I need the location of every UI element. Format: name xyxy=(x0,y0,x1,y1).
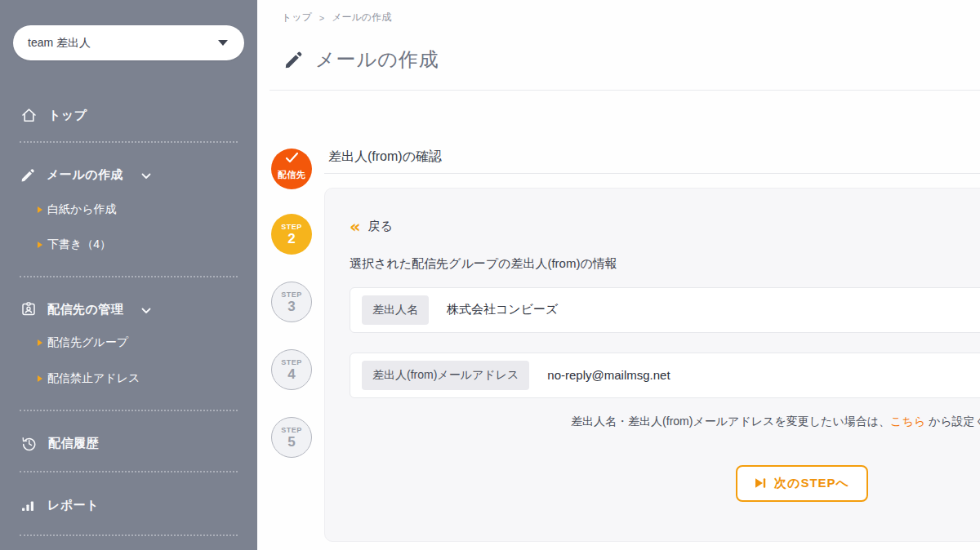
page-title-row: メールの作成 xyxy=(285,47,980,73)
sender-name-field: 差出人名 株式会社コンビーズ xyxy=(350,287,980,333)
next-step-button[interactable]: 次のSTEPへ xyxy=(736,465,868,502)
skip-next-icon xyxy=(755,477,766,489)
sender-name-value: 株式会社コンビーズ xyxy=(447,302,558,317)
sidebar-item-label: メールの作成 xyxy=(47,167,123,183)
note-text-after: から設定ください。 xyxy=(925,415,980,428)
step-4: STEP 4 xyxy=(271,349,312,390)
breadcrumb-item-top[interactable]: トップ xyxy=(282,11,312,24)
sidebar-subitem-drafts[interactable]: 下書き（4） xyxy=(0,238,257,251)
history-icon xyxy=(21,436,37,451)
sidebar-divider xyxy=(20,534,238,536)
sidebar-item-top[interactable]: トップ xyxy=(0,106,257,124)
sidebar-divider xyxy=(20,471,238,472)
sidebar-item-label: トップ xyxy=(48,108,87,123)
heading-divider xyxy=(324,173,980,174)
breadcrumb: トップ > メールの作成 xyxy=(282,11,980,24)
app-root: team 差出人 トップ メールの作成 xyxy=(0,0,980,550)
step-label: 配信先 xyxy=(278,169,306,181)
section-content: 差出人(from)の確認 « 戻る 選択された配信先グループの差出人(from)… xyxy=(324,149,980,542)
change-note: 差出人名・差出人(from)メールアドレスを変更したい場合は、こちら から設定く… xyxy=(350,415,980,429)
sidebar-subitem-label: 配信禁止アドレス xyxy=(47,371,140,386)
pencil-icon xyxy=(21,168,35,182)
sidebar-subitem-banned-addresses[interactable]: 配信禁止アドレス xyxy=(0,372,257,385)
page-title: メールの作成 xyxy=(315,47,439,73)
sidebar-subitem-label: 白紙から作成 xyxy=(47,202,117,217)
sidebar-item-delivery-history[interactable]: 配信履歴 xyxy=(0,434,257,452)
triangle-right-icon xyxy=(38,339,42,346)
step-2: STEP 2 xyxy=(271,214,312,255)
section-heading: 差出人(from)の確認 xyxy=(328,149,980,166)
report-icon xyxy=(21,498,36,512)
check-icon xyxy=(285,152,299,166)
sidebar-item-mail-create[interactable]: メールの作成 xyxy=(0,166,257,184)
sidebar-item-report[interactable]: レポート xyxy=(0,496,257,514)
note-text-before: 差出人名・差出人(from)メールアドレスを変更したい場合は、 xyxy=(571,415,890,428)
sidebar-subitem-blank-create[interactable]: 白紙から作成 xyxy=(0,203,257,216)
from-confirmation-card: « 戻る 選択された配信先グループの差出人(from)の情報 差出人名 株式会社… xyxy=(324,188,980,542)
title-divider xyxy=(270,90,980,91)
info-text: 選択された配信先グループの差出人(from)の情報 xyxy=(350,256,980,272)
from-address-label: 差出人(from)メールアドレス xyxy=(362,361,529,390)
sidebar: team 差出人 トップ メールの作成 xyxy=(0,0,257,550)
team-selector[interactable]: team 差出人 xyxy=(13,25,244,60)
step-3: STEP 3 xyxy=(271,282,312,322)
breadcrumb-item-mail-create: メールの作成 xyxy=(332,11,391,24)
triangle-right-icon xyxy=(38,375,42,382)
sidebar-subitem-label: 配信先グループ xyxy=(47,335,128,350)
sidebar-item-destination-management[interactable]: 配信先の管理 xyxy=(0,300,257,318)
sidebar-item-label: レポート xyxy=(47,498,99,513)
back-link-label: 戻る xyxy=(368,219,393,234)
pencil-icon xyxy=(285,51,303,69)
home-icon xyxy=(21,108,37,123)
team-selector-label: team 差出人 xyxy=(28,36,91,51)
chevron-down-icon xyxy=(141,308,151,314)
sidebar-divider xyxy=(20,141,238,143)
next-step-button-label: 次のSTEPへ xyxy=(774,476,849,491)
kochira-link[interactable]: こちら xyxy=(890,415,925,428)
from-address-value: no-reply@mailmsg.net xyxy=(547,368,670,382)
step-indicator: 配信先 STEP 2 STEP 3 STEP 4 STEP 5 xyxy=(270,149,324,542)
step-5: STEP 5 xyxy=(271,417,312,458)
back-link[interactable]: « 戻る xyxy=(350,219,393,234)
double-chevron-left-icon: « xyxy=(350,221,361,233)
from-address-field: 差出人(from)メールアドレス no-reply@mailmsg.net xyxy=(350,353,980,398)
sidebar-subitem-label: 下書き（4） xyxy=(47,237,111,252)
sidebar-divider xyxy=(20,410,238,411)
triangle-right-icon xyxy=(38,242,42,248)
sidebar-item-label: 配信先の管理 xyxy=(47,302,123,317)
sidebar-item-label: 配信履歴 xyxy=(48,436,99,451)
main-content: トップ > メールの作成 メールの作成 配信先 xyxy=(257,0,980,550)
next-step-button-wrap: 次のSTEPへ xyxy=(350,465,980,502)
triangle-right-icon xyxy=(38,206,42,213)
sidebar-subitem-destination-group[interactable]: 配信先グループ xyxy=(0,336,257,349)
id-card-icon xyxy=(21,302,36,317)
step-1-destination: 配信先 xyxy=(271,149,312,189)
breadcrumb-separator: > xyxy=(319,13,324,23)
chevron-down-icon xyxy=(141,173,151,180)
chevron-down-icon xyxy=(218,40,228,46)
sender-name-label: 差出人名 xyxy=(362,295,429,325)
sidebar-divider xyxy=(20,276,238,277)
